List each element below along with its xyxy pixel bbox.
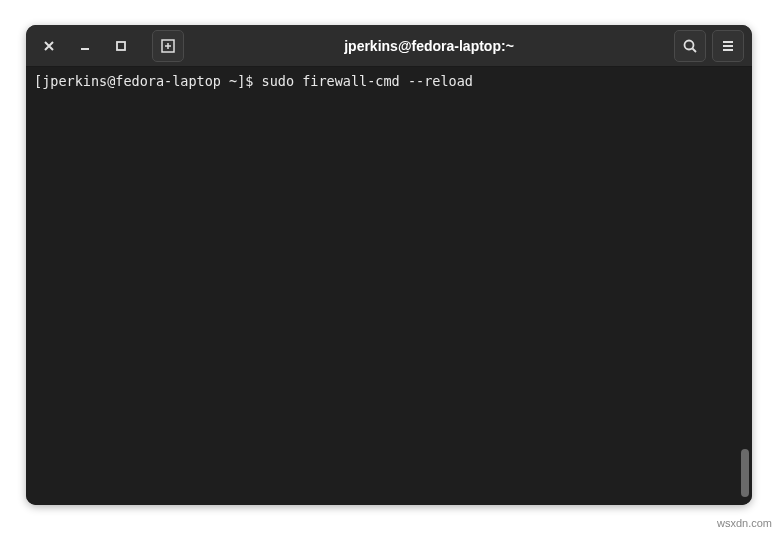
new-tab-icon	[160, 38, 176, 54]
svg-rect-0	[117, 42, 125, 50]
hamburger-icon	[720, 38, 736, 54]
window-title: jperkins@fedora-laptop:~	[184, 38, 674, 54]
terminal-body[interactable]: [jperkins@fedora-laptop ~]$ sudo firewal…	[26, 67, 752, 505]
watermark: wsxdn.com	[717, 517, 772, 529]
minimize-icon	[78, 39, 92, 53]
svg-point-2	[685, 40, 694, 49]
command-text: sudo firewall-cmd --reload	[262, 73, 473, 89]
titlebar: jperkins@fedora-laptop:~	[26, 25, 752, 67]
scrollbar[interactable]	[741, 449, 749, 497]
new-tab-button[interactable]	[152, 30, 184, 62]
search-button[interactable]	[674, 30, 706, 62]
prompt: [jperkins@fedora-laptop ~]$	[34, 73, 262, 89]
maximize-button[interactable]	[106, 31, 136, 61]
close-icon	[42, 39, 56, 53]
search-icon	[682, 38, 698, 54]
maximize-icon	[114, 39, 128, 53]
menu-button[interactable]	[712, 30, 744, 62]
minimize-button[interactable]	[70, 31, 100, 61]
titlebar-controls-right	[674, 30, 744, 62]
terminal-line: [jperkins@fedora-laptop ~]$ sudo firewal…	[34, 73, 744, 91]
close-button[interactable]	[34, 31, 64, 61]
titlebar-controls-left	[34, 30, 184, 62]
terminal-window: jperkins@fedora-laptop:~ [jperkins@fedor…	[26, 25, 752, 505]
